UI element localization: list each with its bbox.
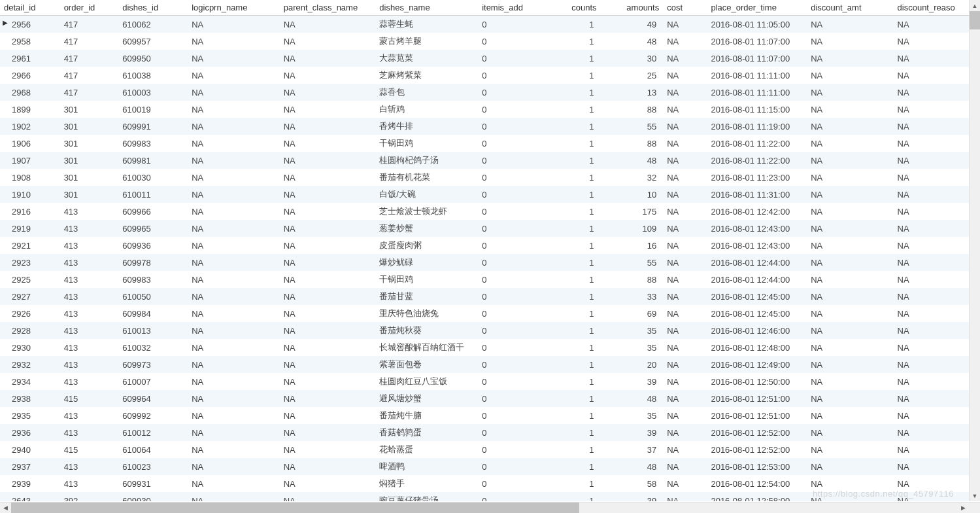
cell-parent_class_name: NA bbox=[280, 322, 376, 339]
cell-dishes_id: 609978 bbox=[118, 254, 188, 271]
cell-detail_id: 1899 bbox=[0, 101, 60, 118]
cell-amounts: 35 bbox=[601, 339, 664, 356]
table-row[interactable]: 2916413609966NANA芝士烩波士顿龙虾01175NA2016-08-… bbox=[0, 203, 980, 220]
column-header-parent_class_name[interactable]: parent_class_name bbox=[280, 0, 376, 16]
cell-place_order_time: 2016-08-01 11:07:00 bbox=[707, 50, 807, 67]
scroll-left-icon[interactable]: ◀ bbox=[0, 503, 11, 513]
table-row[interactable]: 2961417609950NANA大蒜苋菜0130NA2016-08-01 11… bbox=[0, 50, 980, 67]
vscroll-thumb[interactable] bbox=[970, 11, 980, 29]
table-row[interactable]: 1907301609981NANA桂圆枸杞鸽子汤0148NA2016-08-01… bbox=[0, 152, 980, 169]
table-row[interactable]: 2921413609936NANA皮蛋瘦肉粥0116NA2016-08-01 1… bbox=[0, 237, 980, 254]
table-row[interactable]: 2926413609984NANA重庆特色油烧兔0169NA2016-08-01… bbox=[0, 305, 980, 322]
cell-cost: NA bbox=[663, 390, 707, 407]
column-header-cost[interactable]: cost bbox=[663, 0, 707, 16]
cell-logicprn_name: NA bbox=[188, 169, 280, 186]
table-row[interactable]: 1902301609991NANA香烤牛排0155NA2016-08-01 11… bbox=[0, 118, 980, 135]
cell-parent_class_name: NA bbox=[280, 220, 376, 237]
cell-dishes_id: 609981 bbox=[118, 152, 188, 169]
cell-amounts: 39 bbox=[601, 373, 664, 390]
table-row[interactable]: 2968417610003NANA蒜香包0113NA2016-08-01 11:… bbox=[0, 84, 980, 101]
table-row[interactable]: 1906301609983NANA干锅田鸡0188NA2016-08-01 11… bbox=[0, 135, 980, 152]
cell-discount_amt: NA bbox=[807, 135, 893, 152]
column-header-place_order_time[interactable]: place_order_time bbox=[707, 0, 807, 16]
column-header-discount_reaso[interactable]: discount_reaso bbox=[894, 0, 980, 16]
cell-discount_amt: NA bbox=[807, 475, 893, 492]
cell-cost: NA bbox=[663, 458, 707, 475]
column-header-dishes_id[interactable]: dishes_id bbox=[118, 0, 188, 16]
cell-detail_id: 2925 bbox=[0, 271, 60, 288]
table-row[interactable]: 2928413610013NANA番茄炖秋葵0135NA2016-08-01 1… bbox=[0, 322, 980, 339]
cell-detail_id: 2939 bbox=[0, 475, 60, 492]
vscroll-track[interactable] bbox=[970, 11, 980, 490]
cell-order_id: 301 bbox=[60, 152, 119, 169]
cell-order_id: 413 bbox=[60, 475, 119, 492]
column-header-counts[interactable]: counts bbox=[550, 0, 600, 16]
cell-discount_reaso: NA bbox=[894, 424, 980, 441]
column-header-detail_id[interactable]: detail_id bbox=[0, 0, 60, 16]
column-header-discount_amt[interactable]: discount_amt bbox=[807, 0, 893, 16]
cell-discount_reaso: NA bbox=[894, 254, 980, 271]
cell-counts: 1 bbox=[550, 407, 600, 424]
cell-cost: NA bbox=[663, 118, 707, 135]
table-row[interactable]: 2930413610032NANA长城窖酿解百纳红酒干0135NA2016-08… bbox=[0, 339, 980, 356]
cell-discount_reaso: NA bbox=[894, 169, 980, 186]
table-row[interactable]: 2934413610007NANA桂圆肉红豆八宝饭0139NA2016-08-0… bbox=[0, 373, 980, 390]
table-row[interactable]: 1899301610019NANA白斩鸡0188NA2016-08-01 11:… bbox=[0, 101, 980, 118]
column-header-amounts[interactable]: amounts bbox=[601, 0, 664, 16]
table-row[interactable]: 2925413609983NANA干锅田鸡0188NA2016-08-01 12… bbox=[0, 271, 980, 288]
table-row[interactable]: 2936413610012NANA香菇鹌鹑蛋0139NA2016-08-01 1… bbox=[0, 424, 980, 441]
table-row[interactable]: 2923413609978NANA爆炒鱿碌0155NA2016-08-01 12… bbox=[0, 254, 980, 271]
table-row[interactable]: 2966417610038NANA芝麻烤紫菜0125NA2016-08-01 1… bbox=[0, 67, 980, 84]
table-row[interactable]: 2935413609992NANA番茄炖牛腩0135NA2016-08-01 1… bbox=[0, 407, 980, 424]
scroll-up-icon[interactable]: ▲ bbox=[970, 0, 980, 11]
cell-dishes_name: 葱姜炒蟹 bbox=[375, 220, 478, 237]
cell-amounts: 55 bbox=[601, 118, 664, 135]
horizontal-scrollbar[interactable]: ◀ ▶ bbox=[0, 502, 980, 513]
cell-place_order_time: 2016-08-01 11:22:00 bbox=[707, 135, 807, 152]
cell-dishes_name: 番茄炖牛腩 bbox=[375, 407, 478, 424]
cell-detail_id: 1908 bbox=[0, 169, 60, 186]
table-row[interactable]: 2643392609930NANA豌豆薯仔猪骨汤0139NA2016-08-01… bbox=[0, 492, 980, 501]
cell-logicprn_name: NA bbox=[188, 152, 280, 169]
cell-place_order_time: 2016-08-01 12:58:00 bbox=[707, 492, 807, 501]
column-header-dishes_name[interactable]: dishes_name bbox=[375, 0, 478, 16]
cell-itemis_add: 0 bbox=[478, 356, 550, 373]
table-row[interactable]: 1908301610030NANA番茄有机花菜0132NA2016-08-01 … bbox=[0, 169, 980, 186]
cell-dishes_name: 长城窖酿解百纳红酒干 bbox=[375, 339, 478, 356]
cell-parent_class_name: NA bbox=[280, 475, 376, 492]
table-row[interactable]: 2940415610064NANA花蛤蒸蛋0137NA2016-08-01 12… bbox=[0, 441, 980, 458]
column-header-order_id[interactable]: order_id bbox=[60, 0, 119, 16]
hscroll-thumb[interactable] bbox=[11, 503, 579, 513]
vertical-scrollbar[interactable]: ▲ ▼ bbox=[969, 0, 980, 501]
data-grid[interactable]: ▶ detail_idorder_iddishes_idlogicprn_nam… bbox=[0, 0, 980, 501]
column-header-logicprn_name[interactable]: logicprn_name bbox=[188, 0, 280, 16]
table-row[interactable]: 1910301610011NANA白饭/大碗0110NA2016-08-01 1… bbox=[0, 186, 980, 203]
cell-cost: NA bbox=[663, 339, 707, 356]
cell-discount_reaso: NA bbox=[894, 305, 980, 322]
table-row[interactable]: 2958417609957NANA蒙古烤羊腿0148NA2016-08-01 1… bbox=[0, 33, 980, 50]
scroll-down-icon[interactable]: ▼ bbox=[970, 490, 980, 501]
table-row[interactable]: 2956417610062NANA蒜蓉生蚝0149NA2016-08-01 11… bbox=[0, 16, 980, 33]
cell-logicprn_name: NA bbox=[188, 135, 280, 152]
table-row[interactable]: 2937413610023NANA啤酒鸭0148NA2016-08-01 12:… bbox=[0, 458, 980, 475]
cell-parent_class_name: NA bbox=[280, 118, 376, 135]
hscroll-track[interactable] bbox=[11, 503, 958, 513]
cell-dishes_id: 610012 bbox=[118, 424, 188, 441]
column-header-itemis_add[interactable]: itemis_add bbox=[478, 0, 550, 16]
cell-dishes_name: 啤酒鸭 bbox=[375, 458, 478, 475]
cell-discount_reaso: NA bbox=[894, 220, 980, 237]
cell-discount_reaso: NA bbox=[894, 203, 980, 220]
table-row[interactable]: 2927413610050NANA番茄甘蓝0133NA2016-08-01 12… bbox=[0, 288, 980, 305]
table-row[interactable]: 2932413609973NANA紫薯面包卷0120NA2016-08-01 1… bbox=[0, 356, 980, 373]
cell-cost: NA bbox=[663, 254, 707, 271]
scroll-right-icon[interactable]: ▶ bbox=[958, 503, 969, 513]
cell-order_id: 413 bbox=[60, 322, 119, 339]
table-row[interactable]: 2938415609964NANA避风塘炒蟹0148NA2016-08-01 1… bbox=[0, 390, 980, 407]
cell-place_order_time: 2016-08-01 12:51:00 bbox=[707, 390, 807, 407]
cell-logicprn_name: NA bbox=[188, 254, 280, 271]
table-row[interactable]: 2919413609965NANA葱姜炒蟹01109NA2016-08-01 1… bbox=[0, 220, 980, 237]
cell-dishes_id: 609984 bbox=[118, 305, 188, 322]
cell-cost: NA bbox=[663, 152, 707, 169]
table-row[interactable]: 2939413609931NANA焖猪手0158NA2016-08-01 12:… bbox=[0, 475, 980, 492]
cell-order_id: 413 bbox=[60, 407, 119, 424]
